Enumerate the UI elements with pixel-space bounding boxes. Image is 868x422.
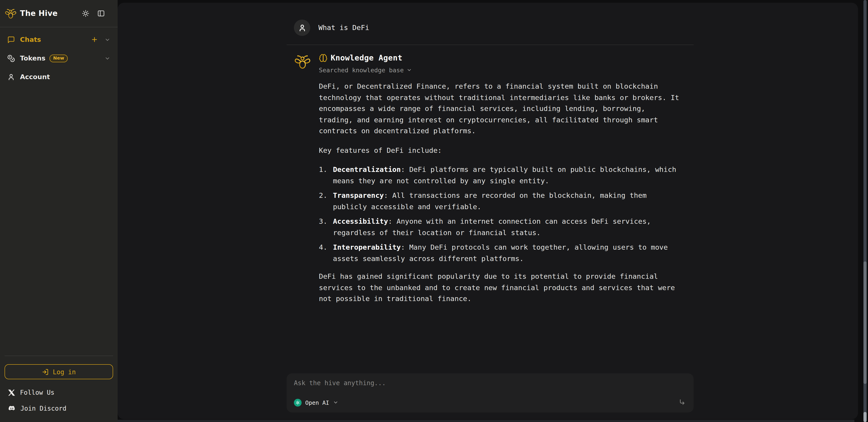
agent-paragraph: DeFi has gained significant popularity d…: [319, 271, 682, 305]
user-icon: [7, 73, 15, 81]
sidebar-item-chats[interactable]: Chats: [4, 32, 114, 47]
chevron-down-icon: [333, 400, 338, 405]
list-item: 3. Accessibility: Anyone with an interne…: [319, 216, 682, 238]
openai-icon: [294, 399, 302, 406]
vertical-scrollbar-thumb[interactable]: [864, 262, 867, 384]
feature-term: Transparency: [333, 192, 384, 200]
agent-name: Knowledge Agent: [331, 53, 402, 62]
chats-collapse-button[interactable]: [104, 37, 111, 43]
sidebar-collapse-button[interactable]: [97, 9, 105, 17]
sidebar-footer-divider: [4, 356, 113, 356]
sidebar-header: The Hive: [0, 0, 118, 27]
chat-thread: What is DeFi Knowledge Agent: [287, 3, 693, 419]
feature-term: Accessibility: [333, 217, 388, 226]
follow-us-label: Follow Us: [20, 389, 55, 396]
chevron-down-icon: [104, 55, 111, 61]
theme-toggle-button[interactable]: [82, 9, 90, 17]
join-discord-link[interactable]: Join Discord: [4, 401, 113, 415]
model-selector[interactable]: Open AI: [294, 399, 338, 406]
chat-panel: What is DeFi Knowledge Agent: [118, 3, 858, 419]
agent-status-toggle[interactable]: Searched knowledge base: [319, 66, 412, 74]
user-message-text: What is DeFi: [318, 24, 369, 32]
x-logo-icon: [8, 389, 15, 396]
corner-down-right-icon: [677, 398, 685, 406]
feature-term: Interoperability: [333, 243, 401, 251]
brain-icon: [319, 53, 328, 62]
list-item-number: 3.: [319, 216, 333, 238]
list-item-number: 4.: [319, 242, 333, 264]
list-item: 2. Transparency: All transactions are re…: [319, 190, 682, 213]
user-icon: [298, 23, 306, 32]
list-item: 1. Decentralization: DeFi platforms are …: [319, 164, 682, 187]
app-window: The Hive: [0, 0, 868, 422]
log-in-icon: [42, 368, 49, 375]
agent-paragraph: Key features of DeFi include:: [319, 145, 682, 156]
agent-status-text: Searched knowledge base: [319, 66, 404, 74]
chat-bubble-icon: [7, 36, 15, 44]
vertical-scrollbar-end: [864, 412, 867, 422]
sidebar-item-label: Account: [20, 73, 50, 81]
sidebar-item-account[interactable]: Account: [4, 69, 114, 84]
main-area: What is DeFi Knowledge Agent: [118, 0, 868, 422]
feature-list: 1. Decentralization: DeFi platforms are …: [319, 164, 682, 264]
send-button[interactable]: [676, 398, 686, 406]
composer-toolbar: Open AI: [294, 398, 686, 406]
sidebar-footer: Log in Follow Us Join Discord: [0, 356, 118, 422]
panel-left-icon: [97, 9, 105, 17]
list-item-number: 2.: [319, 190, 333, 213]
login-button[interactable]: Log in: [4, 364, 113, 379]
discord-icon: [8, 405, 16, 412]
bee-icon: [294, 52, 311, 72]
sun-icon: [82, 9, 90, 17]
user-avatar: [294, 20, 310, 36]
agent-message: Knowledge Agent Searched knowledge base …: [287, 52, 693, 313]
composer: Open AI: [287, 373, 693, 413]
join-discord-label: Join Discord: [21, 405, 66, 412]
message-divider: [287, 45, 693, 45]
chevron-down-icon: [406, 67, 412, 73]
sidebar-item-label: Chats: [20, 36, 41, 43]
agent-paragraph: DeFi, or Decentralized Finance, refers t…: [319, 81, 682, 137]
sidebar-item-tokens[interactable]: Tokens New: [4, 51, 114, 65]
chat-input[interactable]: [294, 379, 686, 393]
horizontal-scrollbar[interactable]: [118, 420, 855, 422]
model-label: Open AI: [305, 399, 329, 406]
sidebar-nav: Chats Tokens New: [0, 27, 118, 88]
feature-term: Decentralization: [333, 166, 401, 174]
tokens-collapse-button[interactable]: [104, 55, 111, 61]
sidebar: The Hive: [0, 0, 118, 422]
app-title: The Hive: [20, 9, 58, 18]
new-chat-button[interactable]: [91, 36, 98, 43]
agent-response: DeFi, or Decentralized Finance, refers t…: [319, 81, 682, 305]
new-badge: New: [50, 54, 68, 62]
list-item: 4. Interoperability: Many DeFi protocols…: [319, 242, 682, 264]
follow-us-link[interactable]: Follow Us: [4, 386, 113, 399]
plus-icon: [91, 36, 98, 43]
login-button-label: Log in: [53, 368, 75, 375]
hive-bee-logo-icon: [4, 7, 17, 20]
sidebar-item-label: Tokens: [20, 55, 45, 62]
user-message: What is DeFi: [287, 20, 693, 36]
chevron-down-icon: [104, 37, 111, 43]
list-item-number: 1.: [319, 164, 333, 187]
coins-icon: [7, 54, 15, 62]
